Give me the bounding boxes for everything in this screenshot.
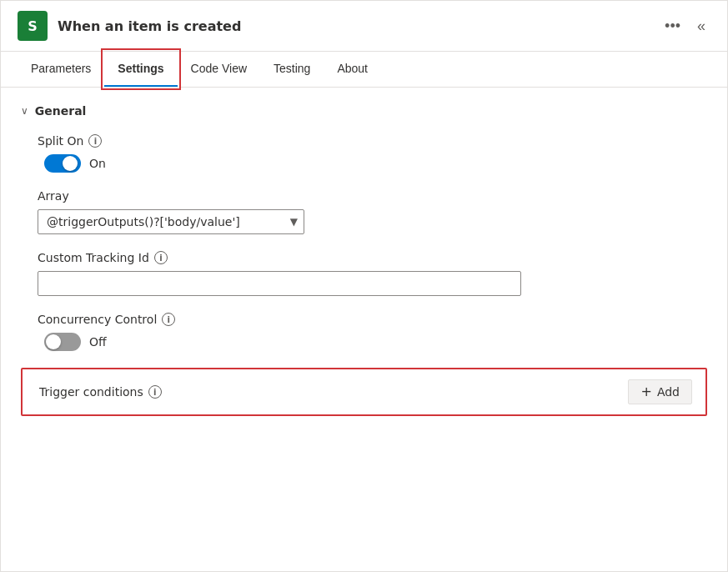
tab-parameters[interactable]: Parameters xyxy=(18,52,104,87)
general-section-title: General xyxy=(35,104,87,118)
concurrency-control-label: Concurrency Control i xyxy=(38,313,707,326)
more-options-button[interactable]: ••• xyxy=(660,14,685,38)
split-on-toggle-label: On xyxy=(89,157,106,170)
custom-tracking-id-info-icon[interactable]: i xyxy=(154,251,168,264)
concurrency-control-toggle-track xyxy=(44,333,81,351)
tab-testing[interactable]: Testing xyxy=(260,52,324,87)
panel-title: When an item is created xyxy=(58,18,650,34)
split-on-label: Split On i xyxy=(38,134,707,148)
concurrency-control-toggle-row: Off xyxy=(38,333,707,351)
concurrency-control-toggle-label: Off xyxy=(89,335,107,349)
more-options-icon: ••• xyxy=(665,18,680,35)
split-on-toggle-track xyxy=(44,154,81,173)
split-on-field-group: Split On i On xyxy=(21,134,707,173)
concurrency-control-toggle-thumb xyxy=(46,334,61,349)
array-select-wrapper: @triggerOutputs()?['body/value'] ▼ xyxy=(38,209,304,234)
collapse-icon: « xyxy=(697,18,705,35)
split-on-info-icon[interactable]: i xyxy=(88,134,102,148)
custom-tracking-id-field-group: Custom Tracking Id i xyxy=(21,251,707,296)
split-on-toggle-thumb xyxy=(63,156,78,171)
panel: S When an item is created ••• « Paramete… xyxy=(0,0,728,572)
collapse-button[interactable]: « xyxy=(692,14,710,38)
trigger-conditions-box: Trigger conditions i + Add xyxy=(21,368,707,416)
trigger-conditions-label: Trigger conditions i xyxy=(39,385,162,399)
tab-about[interactable]: About xyxy=(324,52,381,87)
array-field-group: Array @triggerOutputs()?['body/value'] ▼ xyxy=(21,189,707,234)
trigger-conditions-add-button[interactable]: + Add xyxy=(628,379,692,404)
split-on-toggle[interactable] xyxy=(44,154,81,173)
content-area: ∨ General Split On i On xyxy=(1,88,727,433)
tab-settings[interactable]: Settings xyxy=(104,52,177,87)
concurrency-control-field-group: Concurrency Control i Off xyxy=(21,313,707,351)
header-actions: ••• « xyxy=(660,14,710,38)
array-label: Array xyxy=(38,189,707,203)
custom-tracking-id-input[interactable] xyxy=(38,271,521,296)
split-on-toggle-row: On xyxy=(38,154,707,173)
section-chevron-icon: ∨ xyxy=(21,105,28,117)
add-icon: + xyxy=(640,385,651,399)
app-icon: S xyxy=(18,11,48,41)
trigger-conditions-info-icon[interactable]: i xyxy=(148,385,162,399)
concurrency-control-info-icon[interactable]: i xyxy=(162,313,175,326)
array-select[interactable]: @triggerOutputs()?['body/value'] xyxy=(38,209,304,234)
tab-code-view[interactable]: Code View xyxy=(178,52,260,87)
header: S When an item is created ••• « xyxy=(1,1,727,52)
tabs-bar: Parameters Settings Code View Testing Ab… xyxy=(1,52,727,88)
general-section-header[interactable]: ∨ General xyxy=(21,104,707,118)
concurrency-control-toggle[interactable] xyxy=(44,333,81,351)
custom-tracking-id-label: Custom Tracking Id i xyxy=(38,251,707,264)
